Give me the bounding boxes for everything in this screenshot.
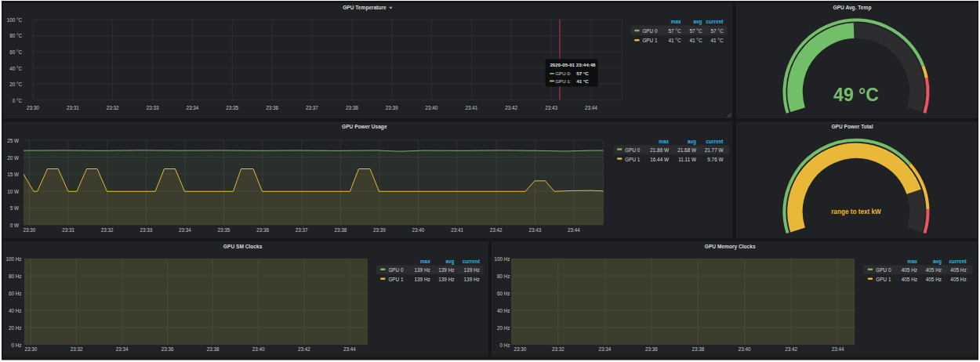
svg-text:2020-05-01 23:44:48: 2020-05-01 23:44:48 bbox=[550, 62, 596, 67]
svg-text:15 W: 15 W bbox=[7, 172, 19, 177]
svg-text:23:32: 23:32 bbox=[107, 105, 119, 110]
svg-text:23:31: 23:31 bbox=[67, 105, 79, 110]
svg-text:current: current bbox=[706, 139, 724, 144]
svg-text:0 Hz: 0 Hz bbox=[12, 342, 22, 348]
svg-text:41 °C: 41 °C bbox=[710, 38, 723, 43]
svg-text:GPU 1: GPU 1 bbox=[388, 277, 404, 282]
svg-text:405 Hz: 405 Hz bbox=[902, 277, 917, 282]
svg-text:GPU 1: GPU 1 bbox=[876, 277, 891, 282]
svg-text:0 Hz: 0 Hz bbox=[500, 342, 510, 348]
svg-text:41 °C: 41 °C bbox=[668, 38, 681, 43]
svg-text:23:38: 23:38 bbox=[691, 346, 704, 352]
svg-text:0 °C: 0 °C bbox=[13, 98, 23, 103]
svg-text:current: current bbox=[463, 259, 481, 264]
svg-text:23:34: 23:34 bbox=[116, 346, 129, 352]
svg-text:23:33: 23:33 bbox=[140, 227, 152, 233]
svg-text:GPU 0: GPU 0 bbox=[388, 267, 404, 273]
svg-text:23:30: 23:30 bbox=[514, 346, 527, 352]
svg-text:139 Hz: 139 Hz bbox=[464, 267, 480, 273]
svg-text:405 Hz: 405 Hz bbox=[950, 277, 966, 282]
svg-text:range to text kW: range to text kW bbox=[831, 208, 881, 215]
svg-text:23:38: 23:38 bbox=[334, 227, 347, 233]
svg-text:139 Hz: 139 Hz bbox=[438, 277, 454, 282]
svg-text:57 °C: 57 °C bbox=[710, 28, 723, 34]
svg-text:23:43: 23:43 bbox=[528, 227, 541, 233]
svg-text:GPU 0:: GPU 0: bbox=[555, 71, 572, 76]
svg-text:GPU Avg. Temp: GPU Avg. Temp bbox=[833, 5, 872, 11]
svg-text:avg: avg bbox=[933, 259, 942, 265]
svg-text:max: max bbox=[659, 139, 669, 144]
svg-text:23:44: 23:44 bbox=[832, 346, 844, 352]
svg-text:23:32: 23:32 bbox=[552, 346, 564, 352]
svg-text:max: max bbox=[420, 259, 430, 264]
svg-text:23:32: 23:32 bbox=[101, 227, 114, 233]
svg-text:20 Hz: 20 Hz bbox=[9, 325, 21, 331]
svg-text:23:39: 23:39 bbox=[373, 227, 386, 233]
svg-text:60 Hz: 60 Hz bbox=[497, 291, 510, 296]
svg-text:20 W: 20 W bbox=[7, 155, 19, 161]
svg-text:41 °C: 41 °C bbox=[689, 38, 702, 43]
svg-text:80 Hz: 80 Hz bbox=[9, 273, 21, 279]
svg-text:100 Hz: 100 Hz bbox=[6, 256, 22, 262]
svg-text:80 Hz: 80 Hz bbox=[497, 273, 510, 279]
svg-text:41 °C: 41 °C bbox=[576, 78, 589, 84]
svg-text:GPU 0: GPU 0 bbox=[625, 147, 641, 153]
svg-text:23:42: 23:42 bbox=[490, 227, 503, 233]
svg-text:23:44: 23:44 bbox=[343, 346, 356, 352]
svg-text:16.44 W: 16.44 W bbox=[650, 157, 670, 162]
svg-text:GPU SM Clocks: GPU SM Clocks bbox=[223, 244, 263, 249]
svg-text:23:35: 23:35 bbox=[226, 105, 238, 110]
svg-text:405 Hz: 405 Hz bbox=[950, 267, 966, 273]
svg-text:23:38: 23:38 bbox=[207, 346, 220, 352]
svg-text:23:42: 23:42 bbox=[785, 346, 797, 352]
svg-text:40 °C: 40 °C bbox=[9, 66, 22, 71]
svg-text:100 °C: 100 °C bbox=[7, 17, 23, 23]
svg-text:20 Hz: 20 Hz bbox=[497, 325, 510, 331]
svg-text:139 Hz: 139 Hz bbox=[414, 267, 430, 273]
svg-text:40 Hz: 40 Hz bbox=[497, 308, 510, 313]
svg-text:GPU Power Usage: GPU Power Usage bbox=[342, 124, 387, 130]
svg-text:80 °C: 80 °C bbox=[9, 33, 22, 38]
svg-text:23:42: 23:42 bbox=[505, 105, 517, 110]
svg-text:max: max bbox=[907, 259, 917, 264]
svg-text:25 W: 25 W bbox=[7, 138, 19, 143]
svg-text:23:40: 23:40 bbox=[426, 105, 438, 110]
svg-text:23:31: 23:31 bbox=[62, 227, 74, 233]
svg-text:139 Hz: 139 Hz bbox=[438, 267, 454, 273]
svg-text:9.76 W: 9.76 W bbox=[707, 157, 724, 162]
svg-text:405 Hz: 405 Hz bbox=[902, 267, 917, 273]
svg-text:21.77 W: 21.77 W bbox=[705, 147, 724, 153]
svg-text:139 Hz: 139 Hz bbox=[414, 277, 430, 282]
svg-text:405 Hz: 405 Hz bbox=[926, 267, 942, 273]
svg-text:max: max bbox=[671, 19, 681, 24]
svg-text:49 °C: 49 °C bbox=[833, 85, 879, 105]
svg-text:21.68 W: 21.68 W bbox=[677, 147, 697, 153]
svg-text:23:41: 23:41 bbox=[465, 105, 477, 110]
svg-text:23:34: 23:34 bbox=[599, 346, 612, 352]
svg-text:23:40: 23:40 bbox=[412, 227, 425, 233]
svg-text:60 °C: 60 °C bbox=[9, 49, 22, 55]
svg-text:139 Hz: 139 Hz bbox=[464, 277, 480, 282]
svg-text:GPU 1: GPU 1 bbox=[625, 157, 641, 162]
svg-text:21.86 W: 21.86 W bbox=[650, 147, 670, 153]
svg-text:23:30: 23:30 bbox=[24, 227, 36, 233]
svg-text:23:37: 23:37 bbox=[306, 105, 318, 110]
svg-text:current: current bbox=[706, 19, 724, 24]
svg-text:23:36: 23:36 bbox=[256, 227, 269, 233]
svg-text:23:35: 23:35 bbox=[218, 227, 230, 233]
svg-text:57 °C: 57 °C bbox=[689, 28, 702, 34]
svg-text:GPU 0: GPU 0 bbox=[876, 267, 891, 273]
svg-text:10 W: 10 W bbox=[7, 189, 19, 194]
svg-text:23:36: 23:36 bbox=[266, 105, 278, 110]
svg-text:GPU 0: GPU 0 bbox=[642, 28, 658, 34]
svg-text:GPU Memory Clocks: GPU Memory Clocks bbox=[705, 244, 756, 250]
svg-text:5 W: 5 W bbox=[10, 205, 19, 211]
svg-text:23:36: 23:36 bbox=[162, 346, 174, 352]
svg-text:23:33: 23:33 bbox=[147, 105, 159, 110]
svg-text:405 Hz: 405 Hz bbox=[926, 277, 942, 282]
svg-text:23:41: 23:41 bbox=[451, 227, 463, 233]
svg-text:23:43: 23:43 bbox=[545, 105, 557, 110]
svg-text:23:30: 23:30 bbox=[25, 346, 38, 352]
svg-text:60 Hz: 60 Hz bbox=[9, 291, 21, 296]
svg-text:23:34: 23:34 bbox=[187, 105, 199, 110]
